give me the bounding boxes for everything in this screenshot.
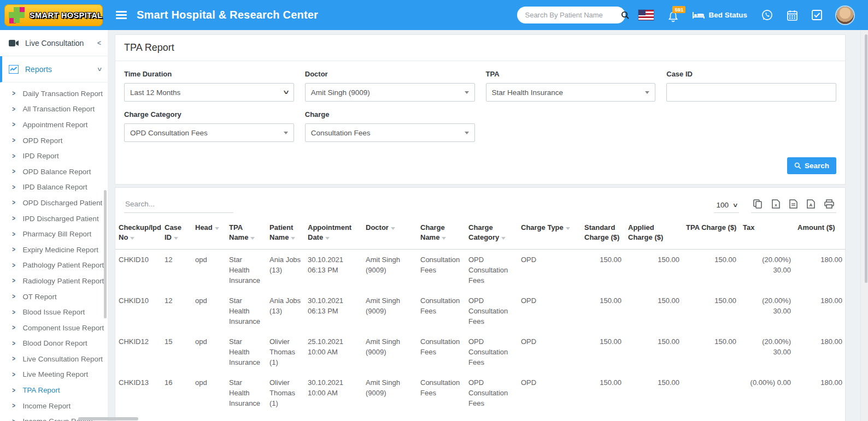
sidebar-item-blood-issue-report[interactable]: >Blood Issue Report — [0, 304, 108, 320]
column-header-doctor[interactable]: Doctor — [362, 220, 417, 250]
tasks-check-icon[interactable] — [812, 10, 822, 20]
sidebar-item-opd-report[interactable]: >OPD Report — [0, 133, 108, 149]
table-cell: 150.00 — [625, 250, 683, 291]
sidebar-item-all-transaction-report[interactable]: >All Transaction Report — [0, 102, 108, 117]
csv-export-icon[interactable] — [789, 199, 797, 209]
table-cell: OPD Consultation Fees — [465, 250, 518, 291]
report-table-panel: 100 > x A — [115, 187, 846, 421]
sidebar-item-opd-discharged-patient[interactable]: >OPD Discharged Patient — [0, 195, 108, 211]
sidebar-item-ipd-report[interactable]: >IPD Report — [0, 148, 108, 164]
search-button[interactable]: Search — [787, 157, 836, 174]
page-size-select[interactable]: 100 > — [714, 200, 739, 213]
sidebar-item-pathology-patient-report[interactable]: >Pathology Patient Report — [0, 258, 108, 274]
horizontal-scrollbar-thumb[interactable] — [78, 417, 138, 420]
table-row: CHKID1316opdStar Health InsuranceOlivier… — [115, 372, 846, 413]
sidebar-item-ipd-balance-report[interactable]: >IPD Balance Report — [0, 180, 108, 195]
excel-export-icon[interactable]: x — [772, 199, 780, 209]
calendar-icon[interactable] — [787, 10, 797, 21]
tpa-select[interactable]: Star Health Insurance — [486, 83, 656, 102]
sidebar-item-ipd-discharged-patient[interactable]: >IPD Discharged Patient — [0, 211, 108, 227]
table-cell: Amit Singh (9009) — [362, 413, 417, 421]
chevron-right-icon: > — [12, 293, 15, 300]
sidebar-item-live-meeting-report[interactable]: >Live Meeting Report — [0, 367, 108, 383]
table-search-input[interactable] — [125, 200, 232, 208]
column-header-checkup-ipd-no[interactable]: Checkup/Ipd No — [115, 220, 161, 250]
case-id-field[interactable] — [672, 88, 830, 97]
sidebar-item-live-consultation-report[interactable]: >Live Consultation Report — [0, 351, 108, 367]
sidebar-item-blood-donor-report[interactable]: >Blood Donor Report — [0, 336, 108, 352]
column-header-head[interactable]: Head — [192, 220, 226, 250]
column-header-appointment-date[interactable]: Appointment Date — [304, 220, 362, 250]
patient-search-input[interactable] — [525, 11, 621, 19]
filter-charge: ChargeConsultation Fees — [305, 110, 475, 142]
print-icon[interactable] — [824, 199, 834, 209]
filter-charge-category: Charge CategoryOPD Consultation Fees — [124, 110, 294, 142]
column-header-charge-type[interactable]: Charge Type — [518, 220, 581, 250]
time-duration-select[interactable]: Last 12 Months> — [124, 83, 294, 102]
pdf-export-icon[interactable]: A — [807, 199, 815, 209]
sidebar-item-pharmacy-bill-report[interactable]: >Pharmacy Bill Report — [0, 226, 108, 242]
sidebar-item-income-report[interactable]: >Income Report — [0, 398, 108, 414]
column-label: Patient Name — [269, 223, 293, 241]
table-cell: Consultation Fees — [417, 290, 465, 331]
case-id-input[interactable] — [666, 83, 836, 102]
sidebar-item-ot-report[interactable]: >OT Report — [0, 289, 108, 305]
page-scrollbar-track[interactable] — [860, 30, 868, 421]
column-header-tpa-name[interactable]: TPA Name — [226, 220, 266, 250]
column-header-patient-name[interactable]: Patient Name — [266, 220, 304, 250]
sidebar-item-opd-balance-report[interactable]: >OPD Balance Report — [0, 164, 108, 180]
page-scrollbar-thumb[interactable] — [865, 34, 867, 283]
column-header-charge-name[interactable]: Charge Name — [417, 220, 465, 250]
copy-icon[interactable] — [753, 199, 763, 209]
sidebar-item-label: Income Report — [22, 402, 71, 410]
table-cell: OPD Consultation Fees — [465, 372, 518, 413]
table-cell: opd — [192, 290, 226, 331]
bed-status-label: Bed Status — [708, 11, 747, 19]
sidebar-item-tpa-report[interactable]: >TPA Report — [0, 382, 108, 398]
table-cell: 150.00 — [625, 413, 683, 421]
sidebar-item-appointment-report[interactable]: >Appointment Report — [0, 117, 108, 133]
column-label: Case ID — [165, 223, 181, 241]
search-icon[interactable] — [621, 11, 630, 20]
table-cell: 180.00 — [794, 290, 846, 331]
sidebar-item-live-consultation[interactable]: Live Consultation > — [0, 30, 108, 56]
sort-caret-icon — [391, 227, 395, 230]
table-cell: Star Health Insurance — [226, 372, 266, 413]
sidebar-item-label: Pharmacy Bill Report — [22, 230, 91, 238]
filter-label: Charge Category — [124, 110, 294, 118]
column-header-case-id[interactable]: Case ID — [161, 220, 192, 250]
chevron-left-icon: > — [97, 39, 101, 47]
charge-category-select[interactable]: OPD Consultation Fees — [124, 123, 294, 142]
sidebar-scrollbar-thumb[interactable] — [104, 190, 107, 318]
chevron-right-icon: > — [12, 199, 15, 206]
whatsapp-icon[interactable] — [761, 9, 773, 21]
chevron-right-icon: > — [12, 371, 15, 378]
menu-toggle-icon[interactable] — [116, 9, 127, 21]
sidebar-item-label: Live Consultation Report — [22, 355, 103, 363]
table-cell: 150.00 — [625, 331, 683, 372]
table-cell: 150.00 — [625, 372, 683, 413]
filter-label: Charge — [305, 110, 475, 118]
language-flag-icon[interactable] — [638, 10, 654, 20]
table-cell: Star Health Insurance — [226, 290, 266, 331]
sort-caret-icon — [442, 237, 446, 240]
sidebar-item-reports[interactable]: Reports > — [0, 56, 108, 82]
charge-select[interactable]: Consultation Fees — [305, 123, 475, 142]
table-cell: 150.00 — [683, 413, 740, 421]
table-cell: Amit Singh (9009) — [362, 372, 417, 413]
filters-panel: TPA Report Time DurationLast 12 Months>D… — [115, 34, 846, 185]
doctor-select[interactable]: Amit Singh (9009) — [305, 83, 475, 102]
table-cell: (20.00%) 30.00 — [740, 290, 794, 331]
sidebar-item-daily-transaction-report[interactable]: >Daily Transaction Report — [0, 86, 108, 102]
sidebar-item-radiology-patient-report[interactable]: >Radiology Patient Report — [0, 273, 108, 289]
user-avatar[interactable] — [836, 7, 854, 24]
bed-status-button[interactable]: Bed Status — [693, 11, 747, 20]
column-header-applied-charge: Applied Charge ($) — [625, 220, 683, 250]
sidebar-item-component-issue-report[interactable]: >Component Issue Report — [0, 320, 108, 336]
chart-icon — [9, 65, 19, 74]
chevron-right-icon: > — [12, 309, 15, 316]
column-header-charge-category[interactable]: Charge Category — [465, 220, 518, 250]
hospital-logo[interactable]: SMART HOSPITAL — [4, 4, 103, 26]
notifications-bell[interactable]: 591 — [668, 8, 678, 22]
sidebar-item-expiry-medicine-report[interactable]: >Expiry Medicine Report — [0, 242, 108, 258]
